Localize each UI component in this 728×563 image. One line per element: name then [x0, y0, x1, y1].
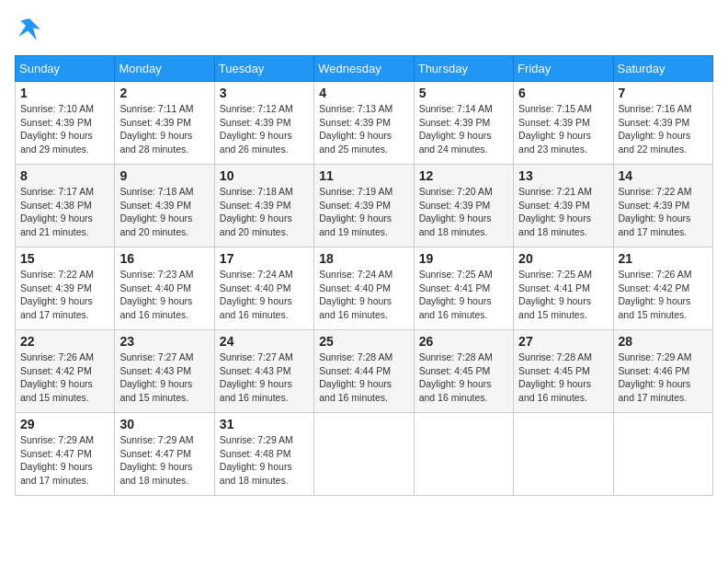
logo-icon — [15, 15, 44, 44]
sunrise-label: Sunrise: 7:12 AM — [220, 103, 293, 114]
daylight-label: Daylight: 9 hours — [20, 378, 93, 389]
sunset-label: Sunset: 4:43 PM — [119, 365, 191, 376]
daylight-label: Daylight: 9 hours — [518, 130, 591, 141]
sunset-label: Sunset: 4:39 PM — [518, 117, 590, 128]
sunrise-label: Sunrise: 7:14 AM — [419, 103, 493, 114]
sunrise-label: Sunrise: 7:28 AM — [419, 351, 493, 362]
day-info: Sunrise: 7:29 AM Sunset: 4:47 PM Dayligh… — [119, 433, 209, 488]
sunrise-label: Sunrise: 7:24 AM — [220, 269, 293, 280]
calendar-day-cell: 3 Sunrise: 7:12 AM Sunset: 4:39 PM Dayli… — [214, 82, 313, 165]
sunrise-label: Sunrise: 7:26 AM — [20, 351, 94, 362]
day-info: Sunrise: 7:14 AM Sunset: 4:39 PM Dayligh… — [419, 102, 508, 156]
daylight-minutes: and 16 minutes. — [220, 309, 289, 320]
sunrise-label: Sunrise: 7:29 AM — [119, 434, 193, 445]
daylight-minutes: and 16 minutes. — [220, 392, 289, 403]
sunrise-label: Sunrise: 7:28 AM — [319, 351, 392, 362]
sunset-label: Sunset: 4:39 PM — [518, 200, 590, 211]
day-number: 19 — [419, 251, 508, 266]
day-info: Sunrise: 7:25 AM Sunset: 4:41 PM Dayligh… — [419, 268, 508, 322]
sunset-label: Sunset: 4:39 PM — [319, 117, 391, 128]
calendar-day-cell: 29 Sunrise: 7:29 AM Sunset: 4:47 PM Dayl… — [16, 413, 115, 496]
sunset-label: Sunset: 4:47 PM — [20, 448, 92, 459]
empty-cell — [613, 413, 712, 496]
daylight-label: Daylight: 9 hours — [619, 295, 691, 306]
daylight-minutes: and 17 minutes. — [20, 309, 89, 320]
daylight-label: Daylight: 9 hours — [220, 213, 292, 224]
sunrise-label: Sunrise: 7:22 AM — [619, 186, 692, 197]
header-monday: Monday — [115, 56, 214, 82]
calendar-day-cell: 28 Sunrise: 7:29 AM Sunset: 4:46 PM Dayl… — [613, 330, 712, 413]
daylight-label: Daylight: 9 hours — [119, 213, 192, 224]
day-info: Sunrise: 7:20 AM Sunset: 4:39 PM Dayligh… — [419, 185, 508, 239]
calendar-day-cell: 23 Sunrise: 7:27 AM Sunset: 4:43 PM Dayl… — [115, 330, 214, 413]
daylight-minutes: and 20 minutes. — [119, 226, 188, 237]
sunset-label: Sunset: 4:39 PM — [20, 117, 92, 128]
daylight-minutes: and 16 minutes. — [518, 392, 587, 403]
daylight-minutes: and 23 minutes. — [518, 144, 587, 155]
daylight-minutes: and 18 minutes. — [119, 475, 188, 486]
daylight-minutes: and 22 minutes. — [619, 144, 688, 155]
daylight-minutes: and 17 minutes. — [619, 226, 688, 237]
day-number: 5 — [419, 86, 508, 100]
header-saturday: Saturday — [613, 56, 712, 82]
sunrise-label: Sunrise: 7:23 AM — [119, 269, 193, 280]
sunrise-label: Sunrise: 7:19 AM — [319, 186, 392, 197]
day-number: 12 — [419, 168, 508, 183]
header-wednesday: Wednesday — [314, 56, 414, 82]
calendar-week-row: 1 Sunrise: 7:10 AM Sunset: 4:39 PM Dayli… — [16, 82, 713, 165]
header-thursday: Thursday — [414, 56, 513, 82]
day-info: Sunrise: 7:25 AM Sunset: 4:41 PM Dayligh… — [518, 268, 608, 322]
daylight-label: Daylight: 9 hours — [119, 378, 192, 389]
daylight-minutes: and 15 minutes. — [619, 309, 688, 320]
calendar-day-cell: 1 Sunrise: 7:10 AM Sunset: 4:39 PM Dayli… — [16, 82, 115, 165]
calendar-day-cell: 30 Sunrise: 7:29 AM Sunset: 4:47 PM Dayl… — [115, 413, 214, 496]
sunset-label: Sunset: 4:38 PM — [20, 200, 92, 211]
sunset-label: Sunset: 4:39 PM — [319, 200, 391, 211]
calendar-day-cell: 27 Sunrise: 7:28 AM Sunset: 4:45 PM Dayl… — [514, 330, 613, 413]
sunset-label: Sunset: 4:39 PM — [119, 200, 191, 211]
calendar-day-cell: 19 Sunrise: 7:25 AM Sunset: 4:41 PM Dayl… — [414, 247, 513, 330]
daylight-minutes: and 16 minutes. — [119, 309, 188, 320]
calendar-day-cell: 6 Sunrise: 7:15 AM Sunset: 4:39 PM Dayli… — [514, 82, 613, 165]
sunrise-label: Sunrise: 7:29 AM — [220, 434, 293, 445]
sunrise-label: Sunrise: 7:29 AM — [20, 434, 94, 445]
calendar-header-row: SundayMondayTuesdayWednesdayThursdayFrid… — [16, 56, 713, 82]
daylight-label: Daylight: 9 hours — [518, 295, 591, 306]
calendar-day-cell: 12 Sunrise: 7:20 AM Sunset: 4:39 PM Dayl… — [414, 165, 513, 247]
daylight-label: Daylight: 9 hours — [619, 130, 691, 141]
sunset-label: Sunset: 4:46 PM — [619, 365, 690, 376]
sunset-label: Sunset: 4:39 PM — [20, 282, 92, 293]
header-friday: Friday — [514, 56, 613, 82]
daylight-label: Daylight: 9 hours — [319, 130, 392, 141]
day-number: 24 — [220, 334, 309, 349]
sunset-label: Sunset: 4:47 PM — [119, 448, 191, 459]
daylight-minutes: and 29 minutes. — [20, 144, 89, 155]
daylight-label: Daylight: 9 hours — [220, 378, 292, 389]
daylight-label: Daylight: 9 hours — [220, 461, 292, 472]
calendar-week-row: 29 Sunrise: 7:29 AM Sunset: 4:47 PM Dayl… — [16, 413, 713, 496]
daylight-label: Daylight: 9 hours — [419, 378, 492, 389]
sunrise-label: Sunrise: 7:20 AM — [419, 186, 493, 197]
sunset-label: Sunset: 4:39 PM — [419, 117, 491, 128]
daylight-minutes: and 26 minutes. — [220, 144, 289, 155]
calendar-week-row: 15 Sunrise: 7:22 AM Sunset: 4:39 PM Dayl… — [16, 247, 713, 330]
header-tuesday: Tuesday — [214, 56, 313, 82]
calendar-week-row: 8 Sunrise: 7:17 AM Sunset: 4:38 PM Dayli… — [16, 165, 713, 247]
day-number: 27 — [518, 334, 608, 349]
sunrise-label: Sunrise: 7:24 AM — [319, 269, 392, 280]
calendar-day-cell: 5 Sunrise: 7:14 AM Sunset: 4:39 PM Dayli… — [414, 82, 513, 165]
day-number: 15 — [20, 251, 109, 266]
calendar-day-cell: 18 Sunrise: 7:24 AM Sunset: 4:40 PM Dayl… — [314, 247, 414, 330]
sunrise-label: Sunrise: 7:15 AM — [518, 103, 592, 114]
sunset-label: Sunset: 4:45 PM — [518, 365, 590, 376]
daylight-minutes: and 25 minutes. — [319, 144, 388, 155]
sunset-label: Sunset: 4:44 PM — [319, 365, 391, 376]
day-number: 25 — [319, 334, 408, 349]
day-number: 18 — [319, 251, 408, 266]
sunset-label: Sunset: 4:39 PM — [119, 117, 191, 128]
sunset-label: Sunset: 4:42 PM — [20, 365, 92, 376]
daylight-minutes: and 16 minutes. — [319, 392, 388, 403]
calendar-day-cell: 20 Sunrise: 7:25 AM Sunset: 4:41 PM Dayl… — [514, 247, 613, 330]
daylight-label: Daylight: 9 hours — [119, 130, 192, 141]
day-info: Sunrise: 7:27 AM Sunset: 4:43 PM Dayligh… — [220, 350, 309, 405]
